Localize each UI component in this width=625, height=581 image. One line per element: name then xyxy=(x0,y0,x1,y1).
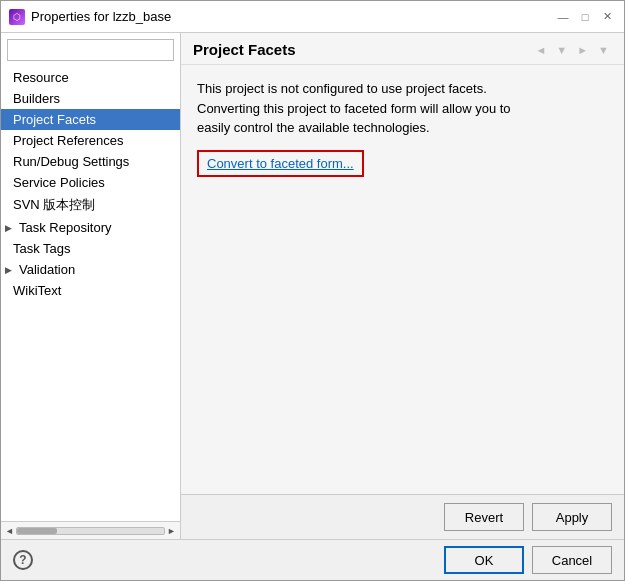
sidebar-item-label: Resource xyxy=(13,70,69,85)
sidebar-item-service-policies[interactable]: Service Policies xyxy=(1,172,180,193)
properties-dialog: ⬡ Properties for lzzb_base — □ ✕ Resourc… xyxy=(0,0,625,581)
expand-arrow-icon: ▶ xyxy=(5,223,15,233)
sidebar-search-input[interactable] xyxy=(7,39,174,61)
facets-description: This project is not configured to use pr… xyxy=(197,79,608,138)
sidebar-item-run-debug-settings[interactable]: Run/Debug Settings xyxy=(1,151,180,172)
convert-link-box: Convert to faceted form... xyxy=(197,150,364,177)
sidebar-item-project-references[interactable]: Project References xyxy=(1,130,180,151)
sidebar-item-validation[interactable]: ▶ Validation xyxy=(1,259,180,280)
sidebar-horizontal-scrollbar[interactable]: ◄ ► xyxy=(1,521,180,539)
sidebar-item-resource[interactable]: Resource xyxy=(1,67,180,88)
sidebar: Resource Builders Project Facets Project… xyxy=(1,33,181,539)
ok-button[interactable]: OK xyxy=(444,546,524,574)
sidebar-item-task-tags[interactable]: Task Tags xyxy=(1,238,180,259)
main-header: Project Facets ◄ ▼ ► ▼ xyxy=(181,33,624,65)
close-button[interactable]: ✕ xyxy=(598,8,616,26)
main-header-nav: ◄ ▼ ► ▼ xyxy=(532,42,612,58)
sidebar-item-label: Validation xyxy=(19,262,75,277)
dialog-bottom-bar: ? OK Cancel xyxy=(1,539,624,580)
apply-button[interactable]: Apply xyxy=(532,503,612,531)
maximize-button[interactable]: □ xyxy=(576,8,594,26)
help-icon[interactable]: ? xyxy=(13,550,33,570)
main-body: This project is not configured to use pr… xyxy=(181,65,624,494)
bottom-buttons: OK Cancel xyxy=(444,546,612,574)
scroll-right-arrow-icon[interactable]: ► xyxy=(167,526,176,536)
main-content: Project Facets ◄ ▼ ► ▼ This project is n… xyxy=(181,33,624,539)
sidebar-item-label: Task Tags xyxy=(13,241,71,256)
minimize-button[interactable]: — xyxy=(554,8,572,26)
sidebar-item-label: Project Facets xyxy=(13,112,96,127)
title-controls: — □ ✕ xyxy=(554,8,616,26)
sidebar-item-task-repository[interactable]: ▶ Task Repository xyxy=(1,217,180,238)
sidebar-item-label: SVN 版本控制 xyxy=(13,196,95,214)
expand-arrow-icon: ▶ xyxy=(5,265,15,275)
sidebar-item-label: Service Policies xyxy=(13,175,105,190)
title-bar: ⬡ Properties for lzzb_base — □ ✕ xyxy=(1,1,624,33)
nav-forward-dropdown-button[interactable]: ▼ xyxy=(595,42,612,58)
sidebar-search-area xyxy=(1,33,180,65)
nav-forward-button[interactable]: ► xyxy=(574,42,591,58)
scroll-track[interactable] xyxy=(16,527,165,535)
sidebar-item-wikitext[interactable]: WikiText xyxy=(1,280,180,301)
scroll-thumb xyxy=(17,528,57,534)
title-bar-left: ⬡ Properties for lzzb_base xyxy=(9,9,171,25)
revert-button[interactable]: Revert xyxy=(444,503,524,531)
scroll-left-arrow-icon[interactable]: ◄ xyxy=(5,526,14,536)
sidebar-item-label: WikiText xyxy=(13,283,61,298)
sidebar-item-label: Project References xyxy=(13,133,124,148)
sidebar-item-label: Task Repository xyxy=(19,220,111,235)
panel-footer: Revert Apply xyxy=(181,494,624,539)
app-icon: ⬡ xyxy=(9,9,25,25)
cancel-button[interactable]: Cancel xyxy=(532,546,612,574)
sidebar-item-label: Builders xyxy=(13,91,60,106)
sidebar-item-svn[interactable]: SVN 版本控制 xyxy=(1,193,180,217)
nav-back-dropdown-button[interactable]: ▼ xyxy=(553,42,570,58)
sidebar-item-builders[interactable]: Builders xyxy=(1,88,180,109)
sidebar-item-project-facets[interactable]: Project Facets xyxy=(1,109,180,130)
dialog-body: Resource Builders Project Facets Project… xyxy=(1,33,624,539)
convert-to-faceted-button[interactable]: Convert to faceted form... xyxy=(207,156,354,171)
sidebar-list: Resource Builders Project Facets Project… xyxy=(1,65,180,521)
dialog-title: Properties for lzzb_base xyxy=(31,9,171,24)
nav-back-button[interactable]: ◄ xyxy=(532,42,549,58)
main-panel-title: Project Facets xyxy=(193,41,296,58)
sidebar-item-label: Run/Debug Settings xyxy=(13,154,129,169)
